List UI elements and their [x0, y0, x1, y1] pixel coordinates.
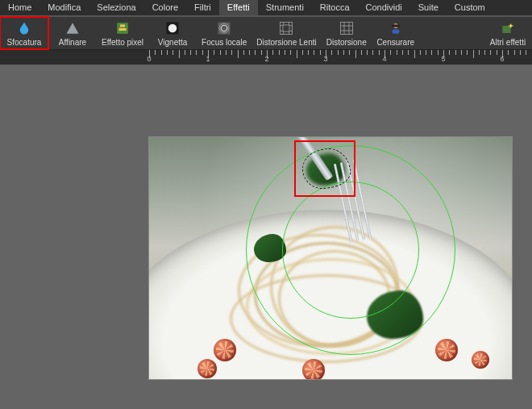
ruler-tick — [243, 50, 244, 55]
menu-colore[interactable]: Colore — [144, 0, 186, 15]
basil-shape — [254, 234, 286, 262]
tool-label: Effetto pixel — [102, 38, 143, 47]
tool-label: Distorsione Lenti — [256, 38, 316, 47]
svg-rect-1 — [120, 24, 125, 27]
ruler-tick — [155, 50, 156, 55]
tool-censurare[interactable]: Censurare — [372, 17, 420, 49]
ruler-tick — [302, 50, 303, 55]
ruler-tick — [297, 50, 297, 58]
effects-toolbar: Sfocatura Affinare Effetto pixel Vignett… — [0, 16, 532, 50]
tool-label: Altri effetti — [490, 38, 526, 47]
ruler-label: 0 — [147, 55, 151, 63]
menu-home[interactable]: Home — [0, 0, 39, 15]
ruler-tick — [272, 50, 273, 55]
svg-rect-12 — [392, 29, 399, 33]
ruler-label: 2 — [264, 55, 268, 63]
ruler-tick — [320, 50, 321, 55]
svg-rect-11 — [392, 24, 399, 27]
ruler-tick — [372, 50, 373, 55]
menu-label: Custom — [455, 2, 485, 12]
ruler-label: 4 — [382, 55, 386, 63]
droplet-icon — [17, 20, 31, 36]
ruler-tick — [190, 50, 191, 55]
tomato-shape — [435, 339, 458, 361]
tool-distorsione-lenti[interactable]: Distorsione Lenti — [251, 17, 321, 49]
warpgrid-icon — [339, 20, 354, 36]
ruler-tick — [249, 50, 250, 55]
ruler-tick — [202, 50, 203, 55]
focal-icon — [217, 20, 231, 36]
ruler-tick — [484, 50, 485, 55]
ruler-tick — [338, 50, 339, 55]
ruler-tick — [185, 50, 185, 55]
tool-focus-locale[interactable]: Focus locale — [197, 17, 251, 49]
ruler-label: 6 — [500, 55, 504, 63]
ruler-tick — [414, 50, 415, 58]
ruler-tick — [408, 50, 409, 55]
ruler-tick — [490, 50, 491, 55]
ruler-tick — [290, 50, 291, 55]
ruler-tick — [390, 50, 391, 55]
canvas-area[interactable] — [0, 65, 532, 409]
tool-label: Affinare — [59, 38, 86, 47]
tool-label: Distorsione — [326, 38, 367, 47]
ruler-label: 5 — [441, 55, 445, 63]
ruler-tick — [314, 50, 314, 55]
ruler-tick — [308, 50, 309, 55]
tool-vignetta[interactable]: Vignetta — [148, 17, 197, 49]
pixel-icon — [115, 20, 130, 36]
ruler-label: 3 — [323, 55, 327, 63]
ruler-tick — [172, 50, 173, 55]
menu-custom[interactable]: Custom — [447, 0, 493, 15]
menu-label: Modifica — [48, 2, 81, 12]
ruler-tick — [367, 50, 368, 55]
menu-suite[interactable]: Suite — [410, 0, 447, 15]
menu-label: Ritocca — [320, 2, 350, 12]
tool-distorsione[interactable]: Distorsione — [322, 17, 372, 49]
tomato-shape — [472, 351, 489, 369]
tool-affinare[interactable]: Affinare — [48, 17, 97, 49]
menu-ritocca[interactable]: Ritocca — [312, 0, 358, 15]
lensgrid-icon — [279, 20, 293, 36]
menu-label: Home — [8, 2, 31, 12]
ruler-tick — [261, 50, 262, 55]
svg-rect-13 — [502, 26, 511, 33]
ruler-tick — [431, 50, 432, 55]
ruler-tick — [167, 50, 168, 55]
menu-label: Suite — [418, 2, 438, 12]
menu-strumenti[interactable]: Strumenti — [258, 0, 312, 15]
tool-altri-effetti[interactable]: Altri effetti — [484, 17, 532, 49]
censor-icon — [389, 20, 403, 36]
ruler-tick — [231, 50, 232, 55]
ruler-tick — [214, 50, 214, 55]
ruler-tick — [226, 50, 227, 55]
menu-label: Colore — [152, 2, 178, 12]
menu-filtri[interactable]: Filtri — [186, 0, 219, 15]
sparkle-icon — [501, 20, 515, 36]
svg-rect-9 — [340, 22, 352, 34]
ruler-tick — [255, 50, 256, 55]
menu-seleziona[interactable]: Seleziona — [89, 0, 143, 15]
tomato-shape — [214, 339, 236, 361]
menu-label: Effetti — [227, 2, 250, 12]
ruler-label: 1 — [206, 55, 210, 63]
menu-condividi[interactable]: Condividi — [358, 0, 410, 15]
ruler-tick — [426, 50, 426, 55]
canvas-image[interactable] — [149, 137, 512, 379]
ruler-tick — [449, 50, 450, 55]
tool-effetto-pixel[interactable]: Effetto pixel — [97, 17, 148, 49]
svg-rect-5 — [218, 22, 231, 34]
ruler-tick — [508, 50, 509, 55]
menu-modifica[interactable]: Modifica — [39, 0, 89, 15]
svg-point-4 — [168, 23, 177, 32]
ruler-tick — [343, 50, 344, 55]
ruler-tick — [220, 50, 221, 55]
ruler-tick — [497, 50, 497, 55]
ruler-tick — [520, 50, 521, 55]
ruler-tick — [161, 50, 162, 55]
tool-label: Censurare — [376, 38, 414, 47]
triangle-icon — [65, 20, 80, 36]
ruler-tick — [526, 50, 526, 55]
menu-effetti[interactable]: Effetti — [219, 0, 258, 15]
tool-sfocatura[interactable]: Sfocatura — [0, 17, 48, 49]
